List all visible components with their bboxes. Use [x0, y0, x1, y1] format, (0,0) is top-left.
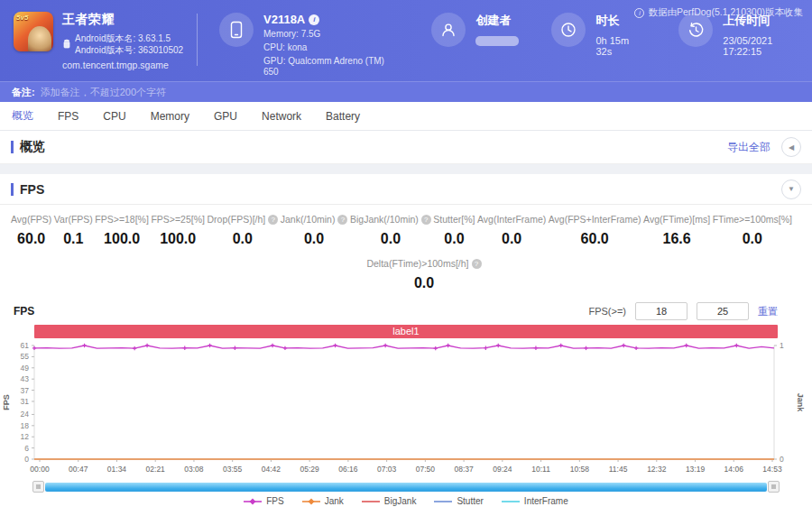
fps-metric: Avg(FPS)60.0	[11, 214, 51, 247]
metric-label: FTime>=100ms[%]	[713, 214, 792, 225]
android-version-name: Android版本名: 3.63.1.5	[75, 32, 183, 44]
collapse-down-button[interactable]: ▼	[781, 180, 801, 199]
legend-jank[interactable]: Jank	[302, 496, 344, 506]
legend-fps[interactable]: FPS	[244, 496, 283, 506]
metric-value: 0.0	[281, 231, 348, 247]
tab-battery[interactable]: Battery	[326, 110, 360, 123]
game-package: com.tencent.tmgp.sgame	[62, 60, 183, 70]
metric-label: Avg(FPS)	[11, 214, 51, 225]
fps-threshold-label: FPS(>=)	[588, 306, 626, 317]
scrollbar-right-handle[interactable]	[768, 481, 780, 493]
fps-metric: Avg(InterFrame)0.0	[477, 214, 546, 247]
section-separator	[0, 164, 812, 174]
scrollbar-track[interactable]	[45, 483, 767, 492]
title-accent-bar	[11, 183, 14, 196]
y-tick-label: 37	[21, 386, 30, 395]
metric-value: 60.0	[549, 231, 641, 247]
metric-label: Jank(/10min)	[281, 214, 336, 225]
note-bar[interactable]: 备注: 添加备注，不超过200个字符	[0, 81, 812, 102]
metric-label: Avg(FTime)[ms]	[643, 214, 710, 225]
metric-value: 0.0	[477, 231, 546, 247]
tab-memory[interactable]: Memory	[151, 110, 189, 123]
fps-line-chart[interactable]: 6155494337312418126010FPSJank00:0000:470…	[0, 338, 812, 481]
y-tick-label: 43	[21, 374, 30, 383]
collapse-left-button[interactable]: ◀	[781, 137, 801, 157]
legend-label: InterFrame	[524, 496, 568, 506]
fps-metric: Jank(/10min)?0.0	[281, 214, 348, 247]
scrollbar-left-handle[interactable]	[32, 481, 44, 493]
legend-bigjank[interactable]: BigJank	[362, 496, 417, 506]
metric-value: 0.0	[350, 231, 431, 247]
x-tick-label: 04:42	[262, 465, 281, 474]
fps-threshold-input-1[interactable]	[635, 302, 687, 320]
legend-label: Stutter	[457, 496, 483, 506]
fps-metric: Drop(FPS)[/h]?0.0	[207, 214, 278, 247]
y-tick-label: 6	[24, 444, 29, 453]
fps-title: FPS	[20, 182, 44, 197]
help-icon[interactable]: ?	[421, 215, 431, 225]
data-source-note: i 数据由PerfDog(5.1.210300)版本收集	[634, 6, 803, 19]
x-tick-label: 00:47	[69, 465, 88, 474]
creator-name-redacted	[475, 36, 519, 46]
x-tick-label: 05:29	[300, 465, 320, 474]
metric-value: 100.0	[95, 231, 149, 247]
metric-label: Delta(FTime)>100ms[/h]	[366, 258, 468, 269]
metric-label: FPS>=25[%]	[151, 214, 205, 225]
help-icon[interactable]: ?	[337, 215, 347, 225]
creator-label: 创建者	[475, 13, 519, 29]
x-tick-label: 02:21	[146, 465, 166, 474]
tab-cpu[interactable]: CPU	[103, 110, 125, 123]
phone-icon	[219, 13, 254, 47]
x-tick-label: 03:08	[184, 465, 204, 474]
legend-stutter[interactable]: Stutter	[434, 496, 483, 506]
title-accent-bar	[11, 141, 14, 153]
x-tick-label: 13:19	[686, 465, 706, 474]
legend-interframe[interactable]: InterFrame	[502, 496, 568, 506]
metric-value: 0.0	[433, 231, 475, 247]
fps-metric: FPS>=18[%]100.0	[95, 214, 149, 247]
fps-metric: Stutter[%]0.0	[433, 214, 475, 247]
reset-link[interactable]: 重置	[758, 305, 778, 318]
ylabel-jank: Jank	[796, 393, 805, 413]
device-cpu: CPU: kona	[263, 42, 399, 53]
legend-marker-icon	[244, 498, 262, 505]
legend-marker-icon	[502, 498, 520, 505]
duration-value: 0h 15m 32s	[595, 35, 646, 57]
help-icon[interactable]: ?	[472, 259, 482, 269]
x-tick-label: 00:00	[30, 465, 50, 474]
ylabel-fps: FPS	[2, 394, 11, 410]
overview-section-header: 概览 导出全部 ◀	[0, 131, 812, 164]
export-all-link[interactable]: 导出全部	[727, 140, 770, 155]
fps-threshold-input-2[interactable]	[697, 302, 749, 320]
y-tick-label: 18	[21, 421, 30, 430]
tab-gpu[interactable]: GPU	[214, 110, 237, 123]
metric-value: 0.1	[54, 231, 93, 247]
user-icon	[431, 13, 466, 47]
fps-metric: Avg(FPS+InterFrame)60.0	[549, 214, 641, 247]
game-app-icon: 5v5	[14, 12, 53, 51]
y-tick-label: 49	[21, 364, 30, 373]
overview-title: 概览	[20, 139, 45, 155]
tab-fps[interactable]: FPS	[58, 110, 78, 123]
tab-overview[interactable]: 概览	[12, 108, 33, 124]
fps-metric: Delta(FTime)>100ms[/h]?0.0	[36, 258, 812, 291]
tab-network[interactable]: Network	[262, 110, 301, 123]
y-tick-label: 55	[21, 352, 30, 361]
fps-metric: BigJank(/10min)?0.0	[350, 214, 431, 247]
note-placeholder[interactable]: 添加备注，不超过200个字符	[41, 86, 166, 99]
device-info-icon[interactable]: i	[309, 14, 319, 25]
help-icon[interactable]: ?	[268, 215, 278, 225]
fps-metric: Avg(FTime)[ms]16.6	[643, 214, 710, 247]
x-tick-label: 08:37	[454, 465, 474, 474]
metric-value: 16.6	[643, 231, 710, 247]
x-tick-label: 12:32	[647, 465, 667, 474]
section-tabs: 概览FPSCPUMemoryGPUNetworkBattery	[0, 102, 812, 131]
device-gpu: GPU: Qualcomm Adreno (TM) 650	[263, 56, 399, 78]
fps-metric: FPS>=25[%]100.0	[151, 214, 205, 247]
fps-metrics-row-2: Delta(FTime)>100ms[/h]?0.0	[0, 247, 812, 291]
android-icon	[62, 39, 71, 50]
legend-marker-icon	[302, 498, 320, 505]
metric-label: Var(FPS)	[54, 214, 93, 225]
chart-scrollbar[interactable]	[32, 481, 780, 493]
fps-metric: FTime>=100ms[%]0.0	[713, 214, 792, 247]
